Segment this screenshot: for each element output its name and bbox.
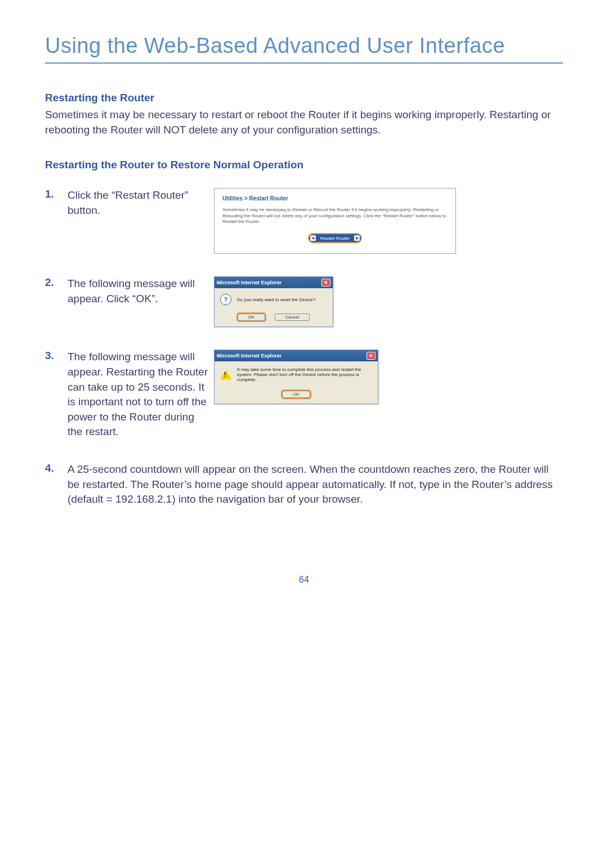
- arrow-left-icon: ◀: [310, 235, 316, 241]
- intro-text: Sometimes it may be necessary to restart…: [45, 108, 563, 137]
- dialog-titlebar: Microsoft Internet Explorer ✕: [214, 350, 378, 361]
- close-icon[interactable]: ✕: [366, 352, 375, 360]
- close-icon[interactable]: ✕: [321, 279, 330, 287]
- utility-panel: Utilities > Restart Router Sometimes it …: [214, 188, 456, 254]
- restart-button-label: Restart Router: [316, 236, 354, 241]
- dialog-body: It may take some time to complete this p…: [214, 361, 378, 388]
- step-number: 1.: [45, 188, 68, 200]
- manual-page: Using the Web-Based Advanced User Interf…: [0, 0, 608, 607]
- dialog-titlebar: Microsoft Internet Explorer ✕: [214, 277, 333, 288]
- ok-button[interactable]: OK: [238, 314, 266, 321]
- dialog-message: It may take some time to complete this p…: [237, 367, 372, 382]
- sub-heading: Restarting the Router to Restore Normal …: [45, 159, 563, 171]
- warning-icon: [220, 370, 231, 379]
- step-1: 1. Click the “Restart Router” button. Ut…: [45, 188, 563, 254]
- restart-router-button[interactable]: ◀ Restart Router ▶: [309, 234, 361, 242]
- dialog-body: ? Do you really want to reset the Device…: [214, 288, 333, 311]
- step-text: The following message will appear. Resta…: [68, 350, 214, 440]
- step-screenshot: Utilities > Restart Router Sometimes it …: [214, 188, 563, 254]
- confirm-dialog: Microsoft Internet Explorer ✕ ? Do you r…: [214, 276, 333, 327]
- dialog-title-text: Microsoft Internet Explorer: [217, 280, 281, 285]
- step-4: 4. A 25-second countdown will appear on …: [45, 462, 563, 507]
- cancel-button[interactable]: Cancel: [275, 314, 310, 321]
- step-number: 4.: [45, 462, 68, 475]
- question-icon: ?: [220, 294, 231, 305]
- step-text: A 25-second countdown will appear on the…: [68, 462, 563, 507]
- step-screenshot: Microsoft Internet Explorer ✕ ? Do you r…: [214, 276, 563, 327]
- step-number: 3.: [45, 350, 68, 362]
- info-dialog: Microsoft Internet Explorer ✕ It may tak…: [214, 350, 378, 404]
- step-screenshot: Microsoft Internet Explorer ✕ It may tak…: [214, 350, 563, 404]
- step-number: 2.: [45, 276, 68, 289]
- step-text: The following message will appear. Click…: [68, 276, 214, 306]
- utility-description: Sometimes it may be necessary to Restart…: [222, 207, 448, 225]
- section-heading: Restarting the Router: [45, 92, 563, 104]
- step-text: Click the “Restart Router” button.: [68, 188, 214, 218]
- page-title: Using the Web-Based Advanced User Interf…: [45, 34, 563, 64]
- dialog-title-text: Microsoft Internet Explorer: [217, 353, 281, 359]
- dialog-message: Do you really want to reset the Device?: [237, 297, 315, 302]
- step-2: 2. The following message will appear. Cl…: [45, 276, 563, 327]
- arrow-right-icon: ▶: [354, 235, 360, 241]
- step-3: 3. The following message will appear. Re…: [45, 350, 563, 440]
- dialog-buttons: OK Cancel: [214, 311, 333, 326]
- page-number: 64: [45, 575, 563, 585]
- utility-title: Utilities > Restart Router: [222, 195, 448, 202]
- ok-button[interactable]: OK: [282, 391, 310, 398]
- dialog-buttons: OK: [214, 388, 378, 404]
